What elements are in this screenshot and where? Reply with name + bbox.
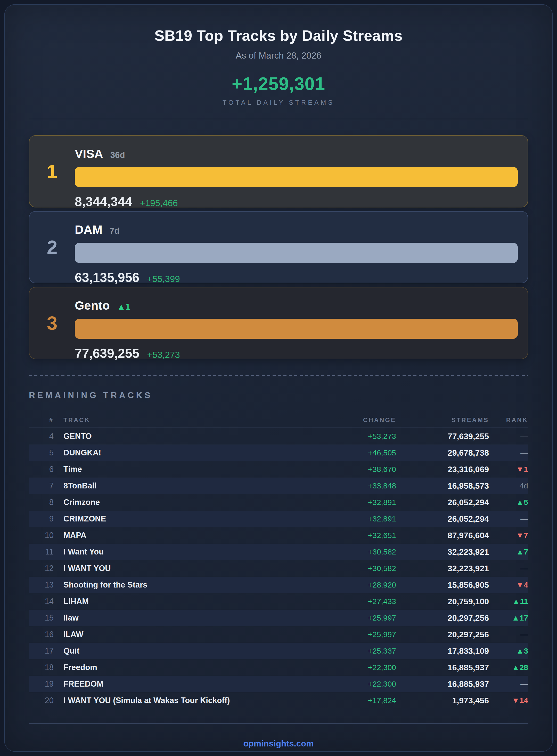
row-change-value: +32,651 <box>288 531 396 540</box>
row-change-value: +32,891 <box>288 498 396 507</box>
row-number: 7 <box>29 481 54 491</box>
row-streams-value: 23,316,069 <box>396 465 489 474</box>
row-streams-value: 26,052,294 <box>396 514 489 524</box>
row-number: 6 <box>29 465 54 474</box>
row-rank-movement: ▲11 <box>489 597 528 606</box>
table-row: 9 CRIMZONE +32,891 26,052,294 — <box>29 511 528 527</box>
track-title: Gento <box>75 298 110 312</box>
card-title-row: DAM 7d <box>75 222 518 236</box>
row-track-name: I WANT YOU (Simula at Wakas Tour Kickoff… <box>54 696 288 705</box>
row-streams-value: 15,856,905 <box>396 580 489 590</box>
row-streams-value: 1,973,456 <box>396 696 489 705</box>
row-rank-movement: ▲5 <box>489 498 528 507</box>
table-row: 20 I WANT YOU (Simula at Wakas Tour Kick… <box>29 692 528 709</box>
row-streams-value: 77,639,255 <box>396 432 489 441</box>
track-badge: 7d <box>110 226 120 236</box>
row-track-name: I WANT YOU <box>54 564 288 573</box>
table-row: 14 LIHAM +27,433 20,759,100 ▲11 <box>29 593 528 610</box>
row-rank-movement: 4d <box>489 481 528 490</box>
row-track-name: Quit <box>54 646 288 655</box>
card-title-row: Gento ▲1 <box>75 298 518 312</box>
row-track-name: MAPA <box>54 531 288 540</box>
row-rank-movement: — <box>489 432 528 441</box>
row-streams-value: 20,297,256 <box>396 613 489 623</box>
table-row: 4 GENTO +53,273 77,639,255 — <box>29 428 528 445</box>
row-number: 18 <box>29 663 54 672</box>
remaining-tracks-title: REMAINING TRACKS <box>29 390 528 400</box>
top-track-card-2: 2 DAM 7d 63,135,956 +55,399 <box>29 211 528 283</box>
change-value: +55,399 <box>147 274 180 284</box>
streams-value: 77,639,255 <box>75 346 139 361</box>
row-rank-movement: ▲3 <box>489 647 528 655</box>
row-rank-movement: ▼1 <box>489 465 528 474</box>
change-value: +195,466 <box>140 198 178 208</box>
row-streams-value: 17,833,109 <box>396 646 489 656</box>
row-change-value: +17,824 <box>288 696 396 705</box>
row-track-name: Crimzone <box>54 498 288 507</box>
row-streams-value: 16,958,573 <box>396 481 489 491</box>
row-rank-movement: ▲17 <box>489 614 528 622</box>
row-number: 9 <box>29 514 54 524</box>
table-row: 12 I WANT YOU +30,582 32,223,921 — <box>29 560 528 577</box>
row-change-value: +25,997 <box>288 614 396 622</box>
row-number: 16 <box>29 630 54 639</box>
table-row: 17 Quit +25,337 17,833,109 ▲3 <box>29 643 528 659</box>
table-row: 18 Freedom +22,300 16,885,937 ▲28 <box>29 659 528 676</box>
row-track-name: Shooting for the Stars <box>54 580 288 590</box>
row-number: 17 <box>29 646 54 655</box>
row-rank-movement: — <box>489 630 528 639</box>
page-subtitle: As of March 28, 2026 <box>29 50 528 61</box>
row-change-value: +53,273 <box>288 432 396 441</box>
table-row: 7 8TonBall +33,848 16,958,573 4d <box>29 478 528 494</box>
row-track-name: Freedom <box>54 663 288 672</box>
row-streams-value: 20,759,100 <box>396 597 489 606</box>
streams-value: 63,135,956 <box>75 270 139 285</box>
row-rank-movement: ▼7 <box>489 531 528 540</box>
row-track-name: 8TonBall <box>54 481 288 491</box>
row-streams-value: 87,976,604 <box>396 531 489 540</box>
row-rank-movement: — <box>489 448 528 457</box>
row-number: 8 <box>29 498 54 507</box>
row-number: 13 <box>29 580 54 590</box>
total-daily-streams-value: +1,259,301 <box>29 74 528 94</box>
dashed-divider <box>29 375 528 376</box>
card-main: DAM 7d 63,135,956 +55,399 <box>75 212 528 283</box>
row-change-value: +46,505 <box>288 448 396 457</box>
col-header-streams: STREAMS <box>396 416 489 424</box>
footer-divider <box>29 723 528 724</box>
col-header-rank: RANK <box>489 416 528 424</box>
table-row: 6 Time +38,670 23,316,069 ▼1 <box>29 461 528 478</box>
footer-link[interactable]: opminsights.com <box>243 739 314 748</box>
table-row: 11 I Want You +30,582 32,223,921 ▲7 <box>29 544 528 560</box>
stream-bar-bronze <box>75 319 518 339</box>
card-main: Gento ▲1 77,639,255 +53,273 <box>75 287 528 359</box>
page-title: SB19 Top Tracks by Daily Streams <box>29 27 528 44</box>
row-streams-value: 26,052,294 <box>396 498 489 507</box>
header-divider <box>29 119 528 119</box>
col-header-track: TRACK <box>54 416 288 424</box>
row-track-name: ILAW <box>54 630 288 639</box>
table-row: 19 FREEDOM +22,300 16,885,937 — <box>29 676 528 692</box>
row-streams-value: 20,297,256 <box>396 630 489 639</box>
col-header-num: # <box>29 416 54 424</box>
total-daily-streams-label: TOTAL DAILY STREAMS <box>29 99 528 106</box>
row-rank-movement: — <box>489 680 528 689</box>
row-number: 15 <box>29 613 54 623</box>
page-content: SB19 Top Tracks by Daily Streams As of M… <box>5 5 552 749</box>
table-row: 5 DUNGKA! +46,505 29,678,738 — <box>29 445 528 461</box>
table-row: 16 ILAW +25,997 20,297,256 — <box>29 626 528 643</box>
row-rank-movement: ▼4 <box>489 581 528 589</box>
row-rank-movement: — <box>489 514 528 523</box>
row-rank-movement: ▲28 <box>489 663 528 672</box>
table-row: 13 Shooting for the Stars +28,920 15,856… <box>29 577 528 593</box>
row-track-name: CRIMZONE <box>54 514 288 524</box>
row-streams-value: 16,885,937 <box>396 663 489 672</box>
row-number: 19 <box>29 679 54 689</box>
top-tracks-cards: 1 VISA 36d 8,344,344 +195,466 2 <box>29 135 528 359</box>
row-track-name: FREEDOM <box>54 679 288 689</box>
card-stats: 63,135,956 +55,399 <box>75 270 518 285</box>
streams-value: 8,344,344 <box>75 194 132 209</box>
row-change-value: +30,582 <box>288 548 396 556</box>
table-row: 8 Crimzone +32,891 26,052,294 ▲5 <box>29 494 528 511</box>
card-title-row: VISA 36d <box>75 146 518 161</box>
